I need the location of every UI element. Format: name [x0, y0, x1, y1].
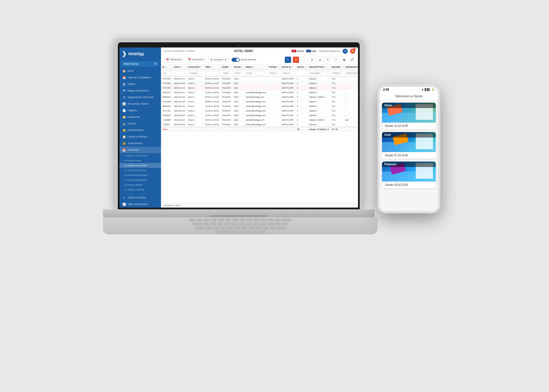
print-button[interactable]: 🖨: [317, 57, 323, 63]
table-row[interactable]: 67279432023-01-14Zone 109:00 to 13:00TOL…: [161, 76, 358, 81]
vehicle-icon: ⚙: [122, 96, 126, 99]
table-row[interactable]: 67279532023-01-14Zone 109:00 to 13:00TOL…: [161, 85, 358, 90]
help-button[interactable]: ?: [333, 57, 339, 63]
sidebar-item-paginas[interactable]: 📄 Paginas: [120, 107, 161, 114]
link-button[interactable]: 🔗: [349, 57, 355, 63]
table-cell: 1: [295, 122, 308, 127]
date-to-input[interactable]: 📅 09/07/2023: [186, 57, 206, 62]
totals-cell: [186, 127, 204, 132]
table-cell: 2: [295, 108, 308, 113]
hotel-selector[interactable]: Hotel Demo ▼: [121, 61, 159, 67]
sidebar: ❯ Hoteligy Hotel Demo ▼ 🏠 Inicio 📅: [120, 47, 161, 208]
sidebar-item-reservas[interactable]: 📆 Reservas -: [120, 147, 161, 153]
package-card-platinum[interactable]: Platinum Desde 63,00 EUR: [382, 162, 436, 188]
sidebar-item-inicio[interactable]: 🏠 Inicio: [120, 68, 161, 74]
filter-description[interactable]: [309, 71, 329, 75]
sidebar-item-mapas[interactable]: 🗺 Mapas Interactivos: [120, 87, 161, 94]
grid-view-button[interactable]: ▦: [341, 57, 347, 63]
gold-title: Gold: [382, 132, 436, 138]
table-row[interactable]: 68360132023-01-30Zone 109:00 to 13:00TOL…: [161, 95, 358, 99]
col-email[interactable]: EMAIL ⇅: [244, 65, 267, 70]
hotel-title: HOTEL DEMO: [234, 49, 253, 53]
filter-email[interactable]: [246, 71, 266, 75]
filter-date[interactable]: [174, 71, 185, 75]
col-description[interactable]: DESCRIPTION ⇅: [308, 65, 330, 70]
filter-regime[interactable]: [332, 71, 342, 75]
download-button[interactable]: ↓: [301, 57, 307, 63]
sidebar-sub-dias[interactable]: ▸ Días de cierre: [120, 158, 161, 163]
col-time[interactable]: TIME ⇅: [204, 65, 220, 70]
sidebar-item-encuestas[interactable]: 📊 Encuestas Cliente -: [120, 101, 161, 107]
sidebar-sub-puntos[interactable]: ▸ Puntos de Recogida: [120, 173, 161, 178]
sidebar-item-stats[interactable]: 📈 Stats and Repots -: [120, 201, 161, 208]
col-id[interactable]: ID ⇅: [161, 65, 172, 70]
sidebar-item-label: Inicio: [128, 69, 134, 72]
table-row[interactable]: 70556102023-03-02Zone 113:00 to 18:00TOL…: [161, 113, 358, 118]
filter-book-id[interactable]: [282, 71, 294, 75]
sidebar-sub-grupo[interactable]: ▸ Grupo Proveedores: [120, 178, 161, 182]
table-cell: TOLEDO: [220, 90, 232, 95]
sidebar-item-piscina[interactable]: 🏊 Piscina: [120, 120, 161, 127]
sidebar-sub-motores[interactable]: ▸ Motores de Reserva: [120, 153, 161, 158]
table-cell: 13:00 to 18:00: [204, 104, 220, 108]
date-from-input[interactable]: 📅 28/03/2022: [164, 57, 184, 62]
col-regime[interactable]: REGIME ⇅: [330, 65, 344, 70]
filter-observations[interactable]: [345, 71, 358, 75]
date-from-value: 28/03/2022: [170, 58, 182, 61]
sidebar-item-categorias[interactable]: 📁 Categorías: [120, 114, 161, 120]
table-row[interactable]: 88542532023-02-24Zone 113:00 to 18:00TOL…: [161, 104, 358, 108]
filter-room[interactable]: [234, 71, 242, 75]
filter-id[interactable]: [162, 71, 171, 75]
table-cell: 0007IYUJFK: [280, 118, 296, 122]
table-cell: 09:00 to 13:00: [204, 76, 220, 81]
table-cell: nestor@hoteligy.com: [244, 108, 267, 113]
table-row[interactable]: 7109942023-03-20Zone 113:00 to 18:00TOLE…: [161, 122, 358, 127]
sidebar-sub-listado[interactable]: ▸ Listado de reservas: [120, 163, 161, 168]
sidebar-item-sliders[interactable]: 🖼 Sliders: [120, 81, 161, 87]
col-seats[interactable]: SEATS ⇅: [295, 65, 308, 70]
date-toggle[interactable]: Fecha Reserva: [232, 58, 256, 62]
filter-time[interactable]: [205, 71, 219, 75]
hide-menu-btn[interactable]: ◄ OCULTAR MENÚ LATERAL: [164, 50, 195, 52]
filter-button[interactable]: ⚡: [293, 57, 299, 63]
table-row[interactable]: 71238682023-03-12Zone 109:00 to 13:00TOL…: [161, 118, 358, 122]
col-date[interactable]: DATE ⇅: [172, 65, 186, 70]
map-icon: 🗺: [122, 89, 126, 92]
package-card-silver[interactable]: Silver Desde 31,50 EUR: [382, 103, 436, 129]
table-row[interactable]: 70177012023-02-25Zone 113:00 to 18:00TOL…: [161, 108, 358, 113]
refresh-button[interactable]: ↻: [325, 57, 331, 63]
sidebar-sub-timeline[interactable]: ▸ Vista de Timeline: [120, 187, 161, 192]
table-row[interactable]: 67979602023-01-06Zone 109:00 to 13:00TOL…: [161, 81, 358, 85]
col-phone[interactable]: PHONE ⇅: [267, 65, 280, 70]
avatar[interactable]: N: [343, 49, 348, 54]
arrow-icon: ▸: [125, 174, 126, 176]
sidebar-item-notificaciones[interactable]: 🔔 Notificaciones: [120, 127, 161, 134]
sidebar-item-checkin[interactable]: ✔ Check-in Online: [120, 194, 161, 201]
table-row[interactable]: 70123692023-02-24Zone 109:00 to 13:00TOL…: [161, 99, 358, 104]
settings-button[interactable]: ⚙: [309, 57, 315, 63]
treatments-icon: 💆: [122, 142, 126, 145]
add-button[interactable]: +: [285, 57, 291, 63]
notification-bell[interactable]: 🔔 1: [350, 49, 355, 54]
package-card-gold[interactable]: Gold Desde 47,25 EUR: [382, 132, 436, 159]
col-name[interactable]: NAME ⇅: [220, 65, 232, 70]
language-es[interactable]: ES Español: [292, 50, 304, 52]
filter-category[interactable]: [188, 71, 202, 75]
sidebar-sub-zonas[interactable]: ▸ Zonas y Mesas: [120, 182, 161, 187]
sidebar-sub-control[interactable]: ▸ Control de accesos: [120, 168, 161, 173]
sidebar-item-tratamientos[interactable]: 💆 Tratamientos -: [120, 140, 161, 147]
sidebar-item-agenda[interactable]: 📅 Agenda Actividades +: [120, 74, 161, 81]
sidebar-item-seguimiento[interactable]: ⚙ Seguimiento Vehículos: [120, 94, 161, 101]
table-row[interactable]: 68145732023-01-27Zone 113:00 to 18:00TOL…: [161, 90, 358, 95]
col-room[interactable]: ROOM ⇅: [232, 65, 244, 70]
filter-phone[interactable]: [269, 71, 279, 75]
col-observations[interactable]: OBSERVATIONS ⇅: [344, 65, 358, 70]
filter-name[interactable]: [222, 71, 231, 75]
sidebar-item-cartas[interactable]: 📋 Cartas y Pedidos -: [120, 134, 161, 140]
col-category[interactable]: CATEGORY ⇅: [186, 65, 204, 70]
language-en[interactable]: EN Inglés: [306, 50, 317, 52]
col-book-id[interactable]: BOOK ID ⇅: [280, 65, 296, 70]
table-cell: Adults:2: [308, 76, 330, 81]
category-select[interactable]: ⊞ Hamacas ▼: [208, 57, 229, 62]
table-cell: 2023-03-02: [172, 113, 186, 118]
